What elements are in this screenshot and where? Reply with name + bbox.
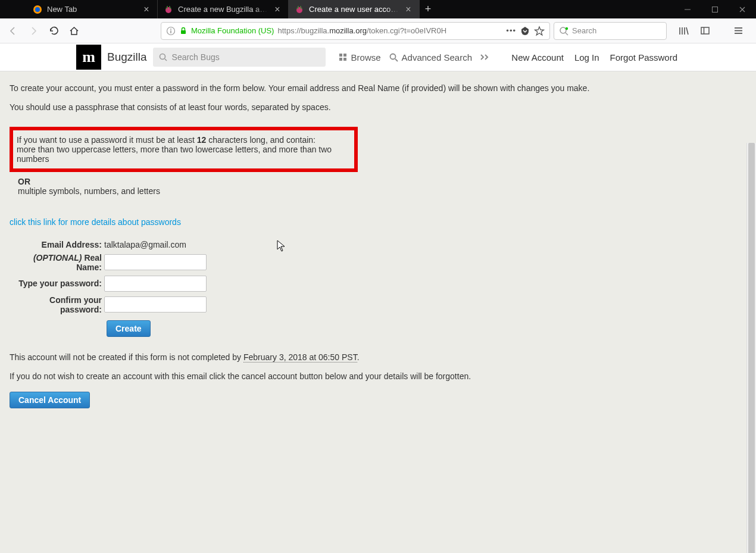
svg-rect-15 xyxy=(181,30,186,34)
browse-link[interactable]: Browse xyxy=(339,52,381,63)
email-value: talktalapa@gmail.com xyxy=(104,240,186,249)
pocket-icon[interactable] xyxy=(520,26,530,36)
passphrase-hint: You should use a passphrase that consist… xyxy=(10,101,746,113)
browser-tabs: New Tab × Create a new Bugzilla account … xyxy=(0,0,436,18)
site-identity[interactable]: Mozilla Foundation (US) xyxy=(191,26,274,35)
home-button[interactable] xyxy=(65,23,82,39)
browser-tab-2[interactable]: Create a new Bugzilla account × xyxy=(158,0,289,18)
svg-rect-14 xyxy=(170,30,171,33)
menu-icon[interactable] xyxy=(730,23,746,39)
svg-line-25 xyxy=(165,59,167,61)
svg-point-7 xyxy=(300,6,301,7)
svg-point-6 xyxy=(298,6,299,7)
close-icon[interactable]: × xyxy=(273,4,282,15)
more-menu[interactable] xyxy=(480,53,490,61)
scrollbar-thumb[interactable] xyxy=(748,143,755,553)
svg-point-4 xyxy=(169,6,170,7)
svg-rect-26 xyxy=(339,54,342,57)
svg-point-1 xyxy=(35,7,40,12)
browser-search-bar[interactable]: Search xyxy=(554,22,667,40)
tab-label: Create a new Bugzilla account xyxy=(178,5,268,14)
search-icon xyxy=(159,53,167,61)
mozilla-logo[interactable]: m xyxy=(76,45,101,70)
site-brand[interactable]: Bugzilla xyxy=(107,51,147,64)
password-details-link[interactable]: click this link for more details about p… xyxy=(10,217,181,227)
info-icon[interactable] xyxy=(166,26,176,36)
minimize-button[interactable] xyxy=(674,0,701,18)
svg-rect-28 xyxy=(339,58,342,61)
account-form: Email Address: talktalapa@gmail.com (OPT… xyxy=(10,240,746,337)
browser-navbar: Mozilla Foundation (US) https://bugzilla… xyxy=(0,18,756,43)
advanced-search-link[interactable]: Advanced Search xyxy=(389,52,472,63)
svg-line-31 xyxy=(395,59,398,61)
grid-icon xyxy=(339,53,348,62)
svg-rect-29 xyxy=(343,58,346,61)
svg-line-17 xyxy=(566,33,568,35)
forgot-password-link[interactable]: Forgot Password xyxy=(610,52,677,63)
browser-tab-3[interactable]: Create a new user account for × xyxy=(289,0,420,18)
svg-point-24 xyxy=(160,54,165,60)
toolbar-right-icons xyxy=(670,23,751,39)
svg-rect-9 xyxy=(713,7,718,12)
firefox-icon xyxy=(33,5,42,14)
new-tab-button[interactable]: + xyxy=(420,0,436,18)
close-icon[interactable]: × xyxy=(404,4,413,15)
or-label: OR xyxy=(18,177,30,186)
confirm-password-input[interactable] xyxy=(104,296,207,313)
confirm-password-label: Confirm your password: xyxy=(10,295,104,314)
bugzilla-header: m Bugzilla Search Bugs Browse Advanced S… xyxy=(0,43,756,71)
svg-point-3 xyxy=(167,6,168,7)
tab-label: Create a new user account for xyxy=(309,5,399,14)
window-controls xyxy=(674,0,756,18)
realname-label: (OPTIONAL) Real Name: xyxy=(10,253,104,272)
email-label: Email Address: xyxy=(10,240,104,249)
chevron-double-icon xyxy=(480,53,490,61)
search-bugs-input[interactable]: Search Bugs xyxy=(153,48,326,67)
sidebar-icon[interactable] xyxy=(696,23,713,39)
deadline-text: February 3, 2018 at 06:50 PST xyxy=(243,352,357,363)
password-requirements-box: If you want to use a password it must be… xyxy=(10,127,358,172)
svg-point-30 xyxy=(390,54,395,59)
library-icon[interactable] xyxy=(675,23,692,39)
star-icon[interactable] xyxy=(534,26,545,36)
bug-icon xyxy=(295,5,304,14)
cancel-account-button[interactable]: Cancel Account xyxy=(10,392,90,408)
forward-button[interactable] xyxy=(25,23,42,39)
browser-tab-1[interactable]: New Tab × xyxy=(27,0,158,18)
browser-titlebar: New Tab × Create a new Bugzilla account … xyxy=(0,0,756,18)
search-placeholder: Search xyxy=(572,26,596,35)
page-content: To create your account, you must enter a… xyxy=(0,71,756,553)
search-icon xyxy=(389,53,398,62)
svg-point-16 xyxy=(560,27,566,33)
tab-label: New Tab xyxy=(47,5,137,14)
password-label: Type your password: xyxy=(10,279,104,288)
create-button[interactable]: Create xyxy=(107,320,151,337)
password-input[interactable] xyxy=(104,276,207,292)
search-engine-icon xyxy=(559,26,568,36)
deadline-warning: This account will not be created if this… xyxy=(10,351,746,363)
svg-rect-19 xyxy=(701,27,709,34)
url-bar[interactable]: Mozilla Foundation (US) https://bugzilla… xyxy=(161,22,550,40)
back-button[interactable] xyxy=(5,23,21,39)
search-placeholder: Search Bugs xyxy=(172,52,220,62)
close-icon[interactable]: × xyxy=(142,4,151,15)
vertical-scrollbar[interactable] xyxy=(746,143,756,553)
svg-point-18 xyxy=(566,27,568,29)
bug-icon xyxy=(164,5,173,14)
url-text: https://bugzilla.mozilla.org/token.cgi?t… xyxy=(277,26,446,35)
page-action-icon[interactable]: ••• xyxy=(506,26,516,35)
svg-rect-27 xyxy=(343,54,346,57)
login-link[interactable]: Log In xyxy=(574,52,599,63)
close-window-button[interactable] xyxy=(729,0,756,18)
new-account-link[interactable]: New Account xyxy=(511,52,564,63)
intro-text: To create your account, you must enter a… xyxy=(10,82,746,94)
svg-point-13 xyxy=(170,29,171,30)
lock-icon xyxy=(179,27,188,35)
alt-requirement: multiple symbols, numbers, and letters xyxy=(18,186,160,196)
cancel-note: If you do not wish to create an account … xyxy=(10,370,746,382)
realname-input[interactable] xyxy=(104,254,207,270)
reload-button[interactable] xyxy=(45,23,62,39)
maximize-button[interactable] xyxy=(701,0,729,18)
